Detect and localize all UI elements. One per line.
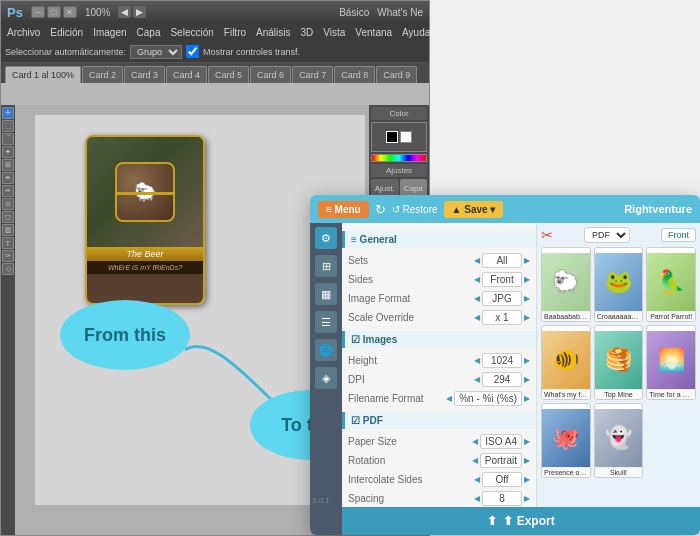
rv-export-icon: ⬆ bbox=[487, 514, 497, 528]
tab-card8[interactable]: Card 8 bbox=[334, 66, 375, 83]
rv-sets-right-arrow[interactable]: ▶ bbox=[524, 256, 530, 265]
rv-sidebar-cube-icon[interactable]: ◈ bbox=[315, 367, 337, 389]
card-thumb-label-0: Baabaababa... bbox=[542, 311, 590, 321]
rv-scissors-icon[interactable]: ✂ bbox=[541, 227, 553, 243]
tool-type[interactable]: T bbox=[2, 237, 14, 249]
tab-card5[interactable]: Card 5 bbox=[208, 66, 249, 83]
menu-ayuda[interactable]: Ayuda bbox=[400, 27, 432, 38]
minimize-icon[interactable]: ─ bbox=[31, 6, 45, 18]
rv-height-left-arrow[interactable]: ◀ bbox=[474, 356, 480, 365]
optbar-select-grupo[interactable]: Grupo bbox=[130, 45, 182, 59]
menu-filtro[interactable]: Filtro bbox=[222, 27, 248, 38]
rv-images-section[interactable]: ☑ Images bbox=[342, 331, 536, 348]
rv-sidebar-settings-icon[interactable]: ⚙ bbox=[315, 227, 337, 249]
rv-height-right-arrow[interactable]: ▶ bbox=[524, 356, 530, 365]
rv-sidebar-grid-icon[interactable]: ⊞ bbox=[315, 255, 337, 277]
rv-restore-button[interactable]: ↺ Restore bbox=[392, 204, 438, 215]
optbar-checkbox[interactable] bbox=[186, 45, 199, 58]
rv-export-button[interactable]: ⬆ ⬆ Export bbox=[342, 507, 700, 535]
rv-spacing-value-group: ◀ 8 ▶ bbox=[474, 491, 530, 506]
rv-filename-left-arrow[interactable]: ◀ bbox=[446, 394, 452, 403]
tool-eraser[interactable]: ◻ bbox=[2, 211, 14, 223]
ps-toolbar: ✛ ⬚ ⌒ ✦ ⊞ ✒ ✏ ⊙ ◻ ▥ T ✑ ◇ bbox=[1, 105, 15, 535]
tool-select[interactable]: ⬚ bbox=[2, 120, 14, 132]
tab-card1[interactable]: Card 1 al 100% bbox=[5, 66, 81, 83]
rv-menu-button[interactable]: ≡ Menu bbox=[318, 201, 369, 218]
rv-sidebar: ⚙ ⊞ ▦ ☰ 🌐 ◈ bbox=[310, 223, 342, 535]
rv-sidebar-globe-icon[interactable]: 🌐 bbox=[315, 339, 337, 361]
rv-intercolate-left-arrow[interactable]: ◀ bbox=[474, 475, 480, 484]
menu-edicion[interactable]: Edición bbox=[48, 27, 85, 38]
maximize-icon[interactable]: □ bbox=[47, 6, 61, 18]
tool-pen[interactable]: ✑ bbox=[2, 250, 14, 262]
tab-card3[interactable]: Card 3 bbox=[124, 66, 165, 83]
rv-tab-front[interactable]: Front bbox=[661, 228, 696, 242]
rv-rotation-right-arrow[interactable]: ▶ bbox=[524, 456, 530, 465]
tool-move[interactable]: ✛ bbox=[2, 107, 14, 119]
rv-sets-left-arrow[interactable]: ◀ bbox=[474, 256, 480, 265]
tool-wand[interactable]: ✦ bbox=[2, 146, 14, 158]
tab-card9[interactable]: Card 9 bbox=[376, 66, 417, 83]
tool-brush[interactable]: ✏ bbox=[2, 185, 14, 197]
tool-gradient[interactable]: ▥ bbox=[2, 224, 14, 236]
rv-scale-left-arrow[interactable]: ◀ bbox=[474, 313, 480, 322]
nav-whatsnew[interactable]: What's Ne bbox=[377, 7, 423, 18]
rv-sidebar-layout-icon[interactable]: ▦ bbox=[315, 283, 337, 305]
menu-analisis[interactable]: Análisis bbox=[254, 27, 292, 38]
rv-image-format-value: JPG bbox=[482, 291, 522, 306]
rv-dpi-right-arrow[interactable]: ▶ bbox=[524, 375, 530, 384]
tool-eyedrop[interactable]: ✒ bbox=[2, 172, 14, 184]
rv-image-format-row: Image Format ◀ JPG ▶ bbox=[348, 289, 530, 308]
rv-images-header: ✂ PDF Front bbox=[541, 227, 696, 243]
tab-card7[interactable]: Card 7 bbox=[292, 66, 333, 83]
rv-filename-right-arrow[interactable]: ▶ bbox=[524, 394, 530, 403]
tool-shape[interactable]: ◇ bbox=[2, 263, 14, 275]
rv-general-section[interactable]: ≡ General bbox=[342, 231, 536, 248]
tool-clone[interactable]: ⊙ bbox=[2, 198, 14, 210]
rv-sides-right-arrow[interactable]: ▶ bbox=[524, 275, 530, 284]
card-thumb-label-2: Parrot Parrot! bbox=[647, 311, 695, 321]
rv-format-select[interactable]: PDF bbox=[584, 227, 630, 243]
tool-lasso[interactable]: ⌒ bbox=[2, 133, 14, 145]
rv-dpi-left-arrow[interactable]: ◀ bbox=[474, 375, 480, 384]
rv-rotation-value-group: ◀ Portrait ▶ bbox=[472, 453, 530, 468]
rv-refresh-icon[interactable]: ↻ bbox=[375, 202, 386, 217]
menu-seleccion[interactable]: Selección bbox=[168, 27, 215, 38]
menu-imagen[interactable]: Imagen bbox=[91, 27, 128, 38]
rv-save-button[interactable]: ▲ Save ▾ bbox=[444, 201, 504, 218]
optbar-label: Seleccionar automáticamente: bbox=[5, 47, 126, 57]
menu-3d[interactable]: 3D bbox=[299, 27, 316, 38]
rv-papersize-row: Paper Size ◀ ISO A4 ▶ bbox=[348, 432, 530, 451]
list-item: 🦜 Parrot Parrot! bbox=[646, 247, 696, 322]
rv-papersize-right-arrow[interactable]: ▶ bbox=[524, 437, 530, 446]
card-thumb-img-5: 🌅 bbox=[647, 331, 695, 389]
nav-basic[interactable]: Básico bbox=[339, 7, 369, 18]
rv-pdf-section[interactable]: ☑ PDF bbox=[342, 412, 536, 429]
menu-capa[interactable]: Capa bbox=[135, 27, 163, 38]
card-thumb-img-1: 🐸 bbox=[595, 253, 643, 311]
rv-titlebar-left: ≡ Menu ↻ ↺ Restore ▲ Save ▾ bbox=[318, 201, 503, 218]
list-item: 🌅 Time for a breakfast! bbox=[646, 325, 696, 400]
rv-scale-right-arrow[interactable]: ▶ bbox=[524, 313, 530, 322]
rv-spacing-right-arrow[interactable]: ▶ bbox=[524, 494, 530, 503]
menu-ventana[interactable]: Ventana bbox=[353, 27, 394, 38]
ps-ajustes-label: Ajustes bbox=[371, 164, 427, 177]
rv-image-format-value-group: ◀ JPG ▶ bbox=[474, 291, 530, 306]
tab-card6[interactable]: Card 6 bbox=[250, 66, 291, 83]
tab-card2[interactable]: Card 2 bbox=[82, 66, 123, 83]
rv-imgfmt-right-arrow[interactable]: ▶ bbox=[524, 294, 530, 303]
rv-rotation-left-arrow[interactable]: ◀ bbox=[472, 456, 478, 465]
rv-intercolate-right-arrow[interactable]: ▶ bbox=[524, 475, 530, 484]
tool-crop[interactable]: ⊞ bbox=[2, 159, 14, 171]
tab-card4[interactable]: Card 4 bbox=[166, 66, 207, 83]
rv-content: ⚙ ⊞ ▦ ☰ 🌐 ◈ ≡ General Sets ◀ All ▶ Sides bbox=[310, 223, 700, 535]
rv-sidebar-stack-icon[interactable]: ☰ bbox=[315, 311, 337, 333]
menu-archivo[interactable]: Archivo bbox=[5, 27, 42, 38]
rv-spacing-left-arrow[interactable]: ◀ bbox=[474, 494, 480, 503]
rv-imgfmt-left-arrow[interactable]: ◀ bbox=[474, 294, 480, 303]
card-thumb-label-5: Time for a breakfast! bbox=[647, 389, 695, 399]
menu-vista[interactable]: Vista bbox=[321, 27, 347, 38]
rv-sides-left-arrow[interactable]: ◀ bbox=[474, 275, 480, 284]
rv-papersize-left-arrow[interactable]: ◀ bbox=[472, 437, 478, 446]
close-icon[interactable]: ✕ bbox=[63, 6, 77, 18]
